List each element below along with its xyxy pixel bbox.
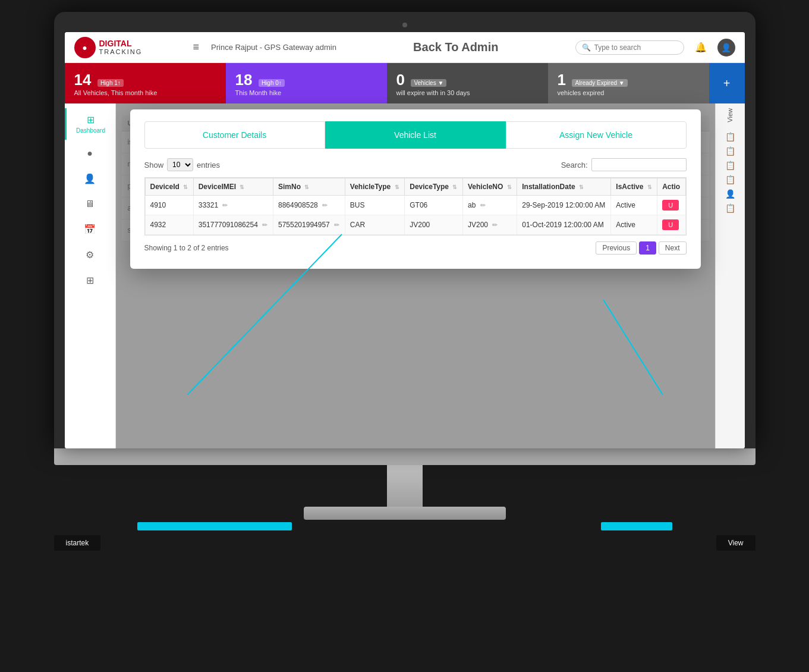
monitor-icon: 🖥 xyxy=(85,199,95,209)
stat-label-0: All Vehicles, This month hike xyxy=(74,89,216,96)
col-device-id: DeviceId ⇅ xyxy=(145,178,193,196)
logo-area: ● DIGITAL TRACKING xyxy=(74,37,181,58)
bell-icon[interactable]: 🔔 xyxy=(695,42,707,53)
hamburger-icon[interactable]: ≡ xyxy=(193,41,200,54)
sidebar-item-settings[interactable]: ⚙ xyxy=(65,243,115,266)
entries-select[interactable]: 10 25 50 xyxy=(167,158,193,171)
stand-highlight-left xyxy=(137,522,292,530)
cell-vehicle-type: CAR xyxy=(345,215,404,235)
vehicle-table-scroll[interactable]: DeviceId ⇅ DeviceIMEI ⇅ SimNo ⇅ VehicleT… xyxy=(144,177,687,235)
calendar-icon: 📅 xyxy=(84,224,96,235)
vehicle-table: DeviceId ⇅ DeviceIMEI ⇅ SimNo ⇅ VehicleT… xyxy=(145,178,686,235)
showing-entries: Showing 1 to 2 of 2 entries xyxy=(144,244,229,252)
grid-icon: ⊞ xyxy=(86,275,94,286)
show-label: Show xyxy=(144,161,164,169)
user-avatar[interactable]: 👤 xyxy=(717,39,735,56)
cell-sim: 8864908528 ✏ xyxy=(273,196,345,215)
stand-highlights xyxy=(137,522,672,530)
logo-digital-text: DIGITAL xyxy=(99,39,143,48)
sidebar-item-dashboard[interactable]: ⊞ Dashboard xyxy=(65,108,115,140)
col-action: Actio xyxy=(657,178,685,196)
modal-overlay: Customer Details Vehicle List Assign New… xyxy=(116,103,715,448)
right-icon-6[interactable]: 📋 xyxy=(725,203,735,213)
content-area: Username Name Email Mobile Action Date xyxy=(116,103,715,448)
cell-action: U xyxy=(657,215,685,235)
col-vehicle-type: VehicleType ⇅ xyxy=(345,178,404,196)
sidebar-label-dashboard: Dashboard xyxy=(76,127,105,134)
tab-vehicle-list[interactable]: Vehicle List xyxy=(325,121,506,149)
logo-tracking-text: TRACKING xyxy=(99,48,143,55)
page-1-button[interactable]: 1 xyxy=(639,241,656,255)
stand-highlight-right xyxy=(601,522,672,530)
col-vehicle-no: VehicleNO ⇅ xyxy=(462,178,517,196)
col-device-type: DeviceType ⇅ xyxy=(405,178,463,196)
stat-number-3: 1 xyxy=(558,71,566,89)
dashboard-icon: ⊞ xyxy=(87,114,95,125)
stat-card-2: 0 Vehicles ▼ will expire with in 30 days xyxy=(387,63,548,103)
edit-vno-icon[interactable]: ✏ xyxy=(492,221,498,228)
pagination: Previous 1 Next xyxy=(596,241,686,255)
sidebar-icon-2: ● xyxy=(87,148,93,159)
cell-action: U xyxy=(657,196,685,215)
next-page-button[interactable]: Next xyxy=(659,241,687,255)
table-row: 4932 351777091086254 ✏ 5755201994957 ✏ C… xyxy=(145,215,685,235)
edit-vno-icon[interactable]: ✏ xyxy=(480,202,486,209)
update-button[interactable]: U xyxy=(662,200,679,211)
modal-dialog: Customer Details Vehicle List Assign New… xyxy=(130,109,701,269)
tab-assign-vehicle[interactable]: Assign New Vehicle xyxy=(506,121,687,149)
monitor-chin xyxy=(54,448,756,465)
stat-badge-2: Vehicles ▼ xyxy=(411,79,446,87)
right-panel: View 📋 📋 📋 📋 👤 📋 xyxy=(715,103,745,448)
search-label: Search: xyxy=(561,161,588,169)
search-input[interactable] xyxy=(594,43,678,52)
monitor-base xyxy=(304,507,506,520)
col-install-date: InstallationDate ⇅ xyxy=(517,178,611,196)
cell-device-type: GT06 xyxy=(405,196,463,215)
edit-sim-icon[interactable]: ✏ xyxy=(334,221,339,228)
table-search: Search: xyxy=(561,158,687,171)
stat-badge-0: High 1↑ xyxy=(97,79,124,87)
topbar: ● DIGITAL TRACKING ≡ Prince Rajput - GPS… xyxy=(65,32,745,63)
monitor-outer: ● DIGITAL TRACKING ≡ Prince Rajput - GPS… xyxy=(48,12,761,551)
right-icon-1[interactable]: 📋 xyxy=(725,132,735,142)
tab-customer-details[interactable]: Customer Details xyxy=(144,121,325,149)
table-controls: Show 10 25 50 entries Search: xyxy=(144,158,687,171)
search-icon: 🔍 xyxy=(582,43,591,52)
table-footer: Showing 1 to 2 of 2 entries Previous 1 N… xyxy=(144,241,687,255)
view-label: View xyxy=(726,108,734,123)
right-icon-3[interactable]: 📋 xyxy=(725,161,735,170)
edit-sim-icon[interactable]: ✏ xyxy=(322,202,328,209)
sidebar-item-grid[interactable]: ⊞ xyxy=(65,269,115,292)
cell-install-date: 01-Oct-2019 12:00:00 AM xyxy=(517,215,611,235)
user-icon: 👤 xyxy=(721,43,731,52)
camera-dot xyxy=(402,23,407,27)
right-icon-4[interactable]: 📋 xyxy=(725,175,735,184)
cell-is-active: Active xyxy=(611,215,657,235)
cell-is-active: Active xyxy=(611,196,657,215)
monitor-screen: ● DIGITAL TRACKING ≡ Prince Rajput - GPS… xyxy=(65,32,745,448)
update-button[interactable]: U xyxy=(662,219,679,230)
sidebar-item-calendar[interactable]: 📅 xyxy=(65,218,115,241)
bottom-labels: istartek View xyxy=(54,535,756,551)
blue-action-btn[interactable]: + xyxy=(709,63,745,103)
settings-icon: ⚙ xyxy=(86,249,94,260)
edit-imei-icon[interactable]: ✏ xyxy=(222,202,228,209)
right-icon-2[interactable]: 📋 xyxy=(725,146,735,156)
col-imei: DeviceIMEI ⇅ xyxy=(193,178,273,196)
stats-bar: 14 High 1↑ All Vehicles, This month hike… xyxy=(65,63,745,103)
table-search-input[interactable] xyxy=(591,158,687,171)
sidebar-item-monitor[interactable]: 🖥 xyxy=(65,193,115,215)
sidebar-item-2[interactable]: ● xyxy=(65,142,115,165)
prev-page-button[interactable]: Previous xyxy=(596,241,637,255)
cell-imei: 33321 ✏ xyxy=(193,196,273,215)
right-icon-5[interactable]: 👤 xyxy=(725,189,735,199)
monitor-bezel: ● DIGITAL TRACKING ≡ Prince Rajput - GPS… xyxy=(54,12,756,448)
sidebar: ⊞ Dashboard ● 👤 🖥 📅 xyxy=(65,103,116,448)
logo-text: DIGITAL TRACKING xyxy=(99,39,143,55)
stat-label-2: will expire with in 30 days xyxy=(396,89,539,96)
sidebar-item-users[interactable]: 👤 xyxy=(65,167,115,190)
stat-card-0: 14 High 1↑ All Vehicles, This month hike xyxy=(65,63,226,103)
cell-vehicle-no: JV200 ✏ xyxy=(462,215,517,235)
edit-imei-icon[interactable]: ✏ xyxy=(262,221,267,228)
back-to-admin-button[interactable]: Back To Admin xyxy=(344,40,568,54)
